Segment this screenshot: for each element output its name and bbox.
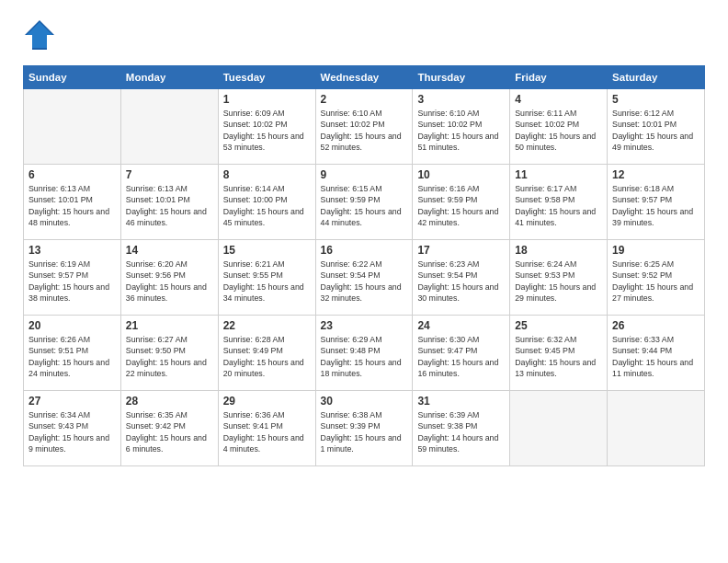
day-info: Sunrise: 6:15 AMSunset: 9:59 PMDaylight:… (321, 183, 408, 228)
day-info: Sunrise: 6:20 AMSunset: 9:56 PMDaylight:… (126, 259, 213, 304)
day-info: Sunrise: 6:28 AMSunset: 9:49 PMDaylight:… (223, 334, 311, 379)
day-number: 31 (417, 395, 505, 408)
calendar-week-row: 1Sunrise: 6:09 AMSunset: 10:02 PMDayligh… (24, 89, 705, 165)
calendar-week-row: 6Sunrise: 6:13 AMSunset: 10:01 PMDayligh… (24, 165, 705, 240)
table-row: 27Sunrise: 6:34 AMSunset: 9:43 PMDayligh… (24, 391, 121, 466)
day-number: 13 (28, 244, 116, 257)
table-row: 25Sunrise: 6:32 AMSunset: 9:45 PMDayligh… (510, 316, 608, 391)
calendar-week-row: 27Sunrise: 6:34 AMSunset: 9:43 PMDayligh… (24, 391, 705, 466)
table-row (510, 391, 608, 466)
day-number: 16 (321, 244, 408, 257)
table-row: 29Sunrise: 6:36 AMSunset: 9:41 PMDayligh… (218, 391, 315, 466)
day-info: Sunrise: 6:13 AMSunset: 10:01 PMDaylight… (126, 183, 213, 228)
day-info: Sunrise: 6:25 AMSunset: 9:52 PMDaylight:… (612, 259, 700, 304)
day-info: Sunrise: 6:16 AMSunset: 9:59 PMDaylight:… (417, 183, 505, 228)
calendar: Sunday Monday Tuesday Wednesday Thursday… (23, 65, 705, 466)
day-info: Sunrise: 6:21 AMSunset: 9:55 PMDaylight:… (223, 259, 311, 304)
table-row: 2Sunrise: 6:10 AMSunset: 10:02 PMDayligh… (315, 89, 413, 165)
page: Sunday Monday Tuesday Wednesday Thursday… (0, 0, 728, 563)
table-row: 12Sunrise: 6:18 AMSunset: 9:57 PMDayligh… (608, 165, 705, 240)
day-number: 8 (223, 168, 311, 181)
table-row: 13Sunrise: 6:19 AMSunset: 9:57 PMDayligh… (24, 240, 121, 316)
day-number: 2 (321, 93, 408, 106)
col-friday: Friday (510, 66, 608, 89)
table-row: 14Sunrise: 6:20 AMSunset: 9:56 PMDayligh… (120, 240, 218, 316)
day-number: 14 (126, 244, 213, 257)
day-number: 20 (28, 319, 116, 332)
day-info: Sunrise: 6:23 AMSunset: 9:54 PMDaylight:… (417, 259, 505, 304)
day-info: Sunrise: 6:10 AMSunset: 10:02 PMDaylight… (417, 108, 505, 153)
table-row: 1Sunrise: 6:09 AMSunset: 10:02 PMDayligh… (218, 89, 315, 165)
day-number: 21 (126, 319, 213, 332)
table-row: 4Sunrise: 6:11 AMSunset: 10:02 PMDayligh… (510, 89, 608, 165)
day-info: Sunrise: 6:24 AMSunset: 9:53 PMDaylight:… (515, 259, 602, 304)
calendar-week-row: 13Sunrise: 6:19 AMSunset: 9:57 PMDayligh… (24, 240, 705, 316)
day-info: Sunrise: 6:09 AMSunset: 10:02 PMDaylight… (223, 108, 311, 153)
table-row: 6Sunrise: 6:13 AMSunset: 10:01 PMDayligh… (24, 165, 121, 240)
calendar-week-row: 20Sunrise: 6:26 AMSunset: 9:51 PMDayligh… (24, 316, 705, 391)
table-row: 16Sunrise: 6:22 AMSunset: 9:54 PMDayligh… (315, 240, 413, 316)
day-number: 25 (515, 319, 602, 332)
table-row: 26Sunrise: 6:33 AMSunset: 9:44 PMDayligh… (608, 316, 705, 391)
day-info: Sunrise: 6:27 AMSunset: 9:50 PMDaylight:… (126, 334, 213, 379)
table-row (120, 89, 218, 165)
table-row: 21Sunrise: 6:27 AMSunset: 9:50 PMDayligh… (120, 316, 218, 391)
calendar-header-row: Sunday Monday Tuesday Wednesday Thursday… (24, 66, 705, 89)
day-number: 27 (28, 395, 116, 408)
day-info: Sunrise: 6:19 AMSunset: 9:57 PMDaylight:… (28, 259, 116, 304)
day-info: Sunrise: 6:11 AMSunset: 10:02 PMDaylight… (515, 108, 602, 153)
day-info: Sunrise: 6:38 AMSunset: 9:39 PMDaylight:… (321, 409, 408, 454)
col-tuesday: Tuesday (218, 66, 315, 89)
col-saturday: Saturday (608, 66, 705, 89)
table-row: 30Sunrise: 6:38 AMSunset: 9:39 PMDayligh… (315, 391, 413, 466)
table-row: 28Sunrise: 6:35 AMSunset: 9:42 PMDayligh… (120, 391, 218, 466)
day-number: 18 (515, 244, 602, 257)
table-row: 5Sunrise: 6:12 AMSunset: 10:01 PMDayligh… (608, 89, 705, 165)
table-row: 17Sunrise: 6:23 AMSunset: 9:54 PMDayligh… (413, 240, 510, 316)
table-row (608, 391, 705, 466)
day-number: 1 (223, 93, 311, 106)
day-number: 17 (417, 244, 505, 257)
table-row: 15Sunrise: 6:21 AMSunset: 9:55 PMDayligh… (218, 240, 315, 316)
table-row: 3Sunrise: 6:10 AMSunset: 10:02 PMDayligh… (413, 89, 510, 165)
day-number: 28 (126, 395, 213, 408)
day-number: 3 (417, 93, 505, 106)
table-row: 19Sunrise: 6:25 AMSunset: 9:52 PMDayligh… (608, 240, 705, 316)
col-wednesday: Wednesday (315, 66, 413, 89)
table-row: 8Sunrise: 6:14 AMSunset: 10:00 PMDayligh… (218, 165, 315, 240)
day-number: 30 (321, 395, 408, 408)
svg-marker-1 (27, 22, 52, 48)
day-info: Sunrise: 6:22 AMSunset: 9:54 PMDaylight:… (321, 259, 408, 304)
day-info: Sunrise: 6:29 AMSunset: 9:48 PMDaylight:… (321, 334, 408, 379)
table-row: 7Sunrise: 6:13 AMSunset: 10:01 PMDayligh… (120, 165, 218, 240)
col-monday: Monday (120, 66, 218, 89)
day-number: 22 (223, 319, 311, 332)
day-number: 9 (321, 168, 408, 181)
day-info: Sunrise: 6:35 AMSunset: 9:42 PMDaylight:… (126, 409, 213, 454)
table-row: 31Sunrise: 6:39 AMSunset: 9:38 PMDayligh… (413, 391, 510, 466)
day-info: Sunrise: 6:33 AMSunset: 9:44 PMDaylight:… (612, 334, 700, 379)
table-row: 11Sunrise: 6:17 AMSunset: 9:58 PMDayligh… (510, 165, 608, 240)
table-row: 18Sunrise: 6:24 AMSunset: 9:53 PMDayligh… (510, 240, 608, 316)
day-info: Sunrise: 6:34 AMSunset: 9:43 PMDaylight:… (28, 409, 116, 454)
logo-icon (23, 18, 56, 52)
header (23, 18, 705, 52)
day-number: 19 (612, 244, 700, 257)
day-number: 29 (223, 395, 311, 408)
day-info: Sunrise: 6:30 AMSunset: 9:47 PMDaylight:… (417, 334, 505, 379)
day-info: Sunrise: 6:17 AMSunset: 9:58 PMDaylight:… (515, 183, 602, 228)
day-number: 26 (612, 319, 700, 332)
day-info: Sunrise: 6:36 AMSunset: 9:41 PMDaylight:… (223, 409, 311, 454)
day-info: Sunrise: 6:14 AMSunset: 10:00 PMDaylight… (223, 183, 311, 228)
table-row: 22Sunrise: 6:28 AMSunset: 9:49 PMDayligh… (218, 316, 315, 391)
day-number: 7 (126, 168, 213, 181)
day-number: 11 (515, 168, 602, 181)
day-number: 15 (223, 244, 311, 257)
table-row: 9Sunrise: 6:15 AMSunset: 9:59 PMDaylight… (315, 165, 413, 240)
day-info: Sunrise: 6:18 AMSunset: 9:57 PMDaylight:… (612, 183, 700, 228)
day-number: 23 (321, 319, 408, 332)
table-row: 10Sunrise: 6:16 AMSunset: 9:59 PMDayligh… (413, 165, 510, 240)
col-sunday: Sunday (24, 66, 121, 89)
table-row: 23Sunrise: 6:29 AMSunset: 9:48 PMDayligh… (315, 316, 413, 391)
day-info: Sunrise: 6:13 AMSunset: 10:01 PMDaylight… (28, 183, 116, 228)
